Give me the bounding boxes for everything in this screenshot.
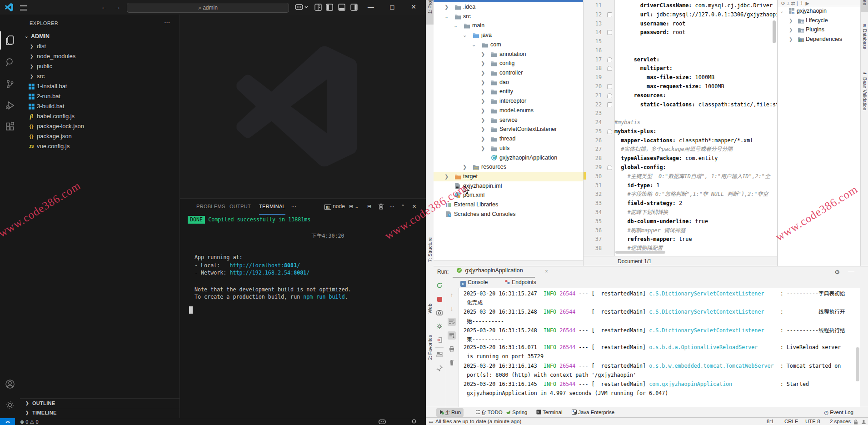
chevron-down-icon[interactable]: ⌄ [454, 21, 458, 30]
up-stack-icon[interactable]: ↑ [448, 290, 456, 299]
hector-icon[interactable] [861, 419, 866, 425]
idea-editor[interactable]: 11 driverClassName: com.mysql.cj.jdbc.Dr… [584, 0, 777, 266]
maximize-button[interactable]: ◻ [382, 0, 403, 14]
source-control-icon[interactable] [0, 75, 20, 93]
new-terminal-icon[interactable]: ⊞ ⌄ [349, 199, 359, 214]
project-item-entity[interactable]: ❯entity [434, 87, 583, 96]
timeline-section[interactable]: ❯TIMELINE [20, 408, 180, 418]
panel-maximize-icon[interactable]: ⌃ [401, 199, 405, 214]
project-item-annotation[interactable]: ❯annotation [434, 50, 583, 59]
extensions-icon[interactable] [0, 118, 20, 136]
chevron-right-icon[interactable]: ❯ [481, 125, 485, 134]
project-item-External Libraries[interactable]: External Libraries [434, 200, 583, 210]
editor-horizontal-scrollbar[interactable] [615, 251, 665, 254]
project-item-thread[interactable]: ❯thread [434, 134, 583, 144]
explorer-item-package-lock.json[interactable]: {}package-lock.json [20, 121, 180, 131]
run-tab[interactable]: gxjyzhaopinApplication [456, 267, 523, 277]
project-item-resources[interactable]: ❯resources [434, 162, 583, 172]
run-tab-close-icon[interactable]: × [545, 268, 548, 275]
chevron-down-icon[interactable]: ⌄ [780, 6, 783, 16]
logger-link[interactable]: c.S.DictionaryServletContextListener [649, 290, 764, 297]
soft-wrap-icon[interactable] [448, 318, 456, 326]
project-item-gxjyzhaopinApplication[interactable]: gxjyzhaopinApplication [434, 153, 583, 163]
problems-status[interactable]: ⊗ 0 ⚠ 0 [20, 418, 39, 425]
logger-link[interactable]: c.S.DictionaryServletContextListener [649, 327, 764, 334]
chevron-down-icon[interactable]: ⌄ [463, 30, 467, 40]
tab-output[interactable]: OUTPUT [229, 199, 251, 214]
copilot-icon[interactable] [295, 3, 309, 13]
account-icon[interactable] [0, 375, 20, 393]
chevron-right-icon[interactable]: ❯ [481, 144, 485, 153]
network-url-link[interactable]: http://192.168.2.54:8081/ [229, 270, 309, 276]
run-debug-icon[interactable] [0, 96, 20, 115]
explorer-item-dist[interactable]: ❯dist [20, 41, 180, 51]
explorer-item-3-build.bat[interactable]: 3-build.bat [20, 101, 180, 111]
project-item-target[interactable]: ❯target [434, 172, 583, 181]
logger-link[interactable]: c.S.DictionaryServletContextListener [649, 309, 764, 315]
chevron-right-icon[interactable]: ❯ [481, 115, 485, 125]
chevron-right-icon[interactable]: ❯ [789, 35, 793, 44]
maven-item-gxjyzhaopin[interactable]: ⌄mgxjyzhaopin [778, 6, 861, 16]
rerun-icon[interactable] [435, 281, 444, 290]
chevron-right-icon[interactable]: ❯ [481, 78, 485, 87]
event-log-button[interactable]: ◷ Event Log [822, 408, 856, 417]
run-settings-gear-icon[interactable]: ⚙ [834, 269, 840, 275]
toggle-secondary-sidebar-icon[interactable] [350, 4, 358, 13]
explorer-item-src[interactable]: ❯src [20, 71, 180, 81]
tool-tab-database[interactable]: ≋ Database [861, 24, 868, 62]
caret-position[interactable]: 8:1 [767, 418, 774, 425]
logger-link[interactable]: o.s.b.d.a.OptionalLiveReloadServer [649, 344, 758, 350]
logger-link[interactable]: com.gxjyzhaopinApplication [649, 381, 732, 387]
project-item-ServletContextListener[interactable]: ❯ServletContextListener [434, 125, 583, 134]
tool-tab-favorites[interactable]: 2: Favorites [426, 335, 434, 377]
split-terminal-icon[interactable]: ⊟ [367, 199, 371, 214]
chevron-right-icon[interactable]: ❯ [481, 59, 485, 68]
chevron-right-icon[interactable]: ❯ [444, 2, 449, 12]
toolwindow-button-spring[interactable]: Spring [503, 408, 530, 417]
nav-back-forward-icons[interactable]: ←→ [101, 3, 127, 10]
run-minimize-icon[interactable]: — [848, 268, 854, 275]
maven-item-Lifecycle[interactable]: ❯Lifecycle [778, 16, 861, 25]
project-item-service[interactable]: ❯service [434, 115, 583, 125]
pin-icon[interactable] [435, 364, 444, 372]
toolwindow-toggle-icon[interactable]: ▭ [429, 418, 434, 425]
chevron-down-icon[interactable]: ⌄ [444, 12, 449, 21]
menu-icon[interactable] [20, 4, 27, 10]
tool-tab-structure[interactable]: 7: Structure [426, 237, 434, 283]
editor-vertical-scrollbar[interactable] [773, 20, 776, 43]
chevron-right-icon[interactable]: ❯ [481, 50, 485, 59]
chevron-right-icon[interactable]: ❯ [481, 134, 485, 144]
settings-gear-icon[interactable] [0, 396, 20, 414]
explorer-item-1-install.bat[interactable]: 1-install.bat [20, 81, 180, 91]
explorer-more-icon[interactable]: ⋯ [164, 19, 170, 26]
console-scrollbar[interactable] [856, 347, 859, 381]
terminal-shell-label[interactable]: ▮▯ node [324, 199, 345, 214]
kill-terminal-icon[interactable] [378, 203, 384, 219]
toggle-sidebar-icon[interactable] [326, 4, 333, 13]
project-item-Scratches and Consoles[interactable]: Scratches and Consoles [434, 210, 583, 219]
dump-threads-icon[interactable] [435, 309, 444, 317]
print-icon[interactable] [448, 345, 456, 353]
project-item-com[interactable]: ⌄com [434, 40, 583, 50]
chevron-right-icon[interactable]: ❯ [444, 172, 449, 181]
maven-item-Dependencies[interactable]: ❯Dependencies [778, 35, 861, 44]
lock-icon[interactable] [853, 419, 858, 425]
tool-tab-project[interactable]: 1: Project [426, 0, 434, 25]
clear-console-icon[interactable] [448, 359, 456, 367]
toolwindow-button-java-enterprise[interactable]: Java Enterprise [569, 408, 617, 417]
line-ending[interactable]: CRLF [784, 418, 798, 425]
chevron-down-icon[interactable]: ⌄ [472, 40, 476, 50]
chevron-right-icon[interactable]: ❯ [481, 96, 485, 106]
command-center-search[interactable]: ⌕ admin [127, 3, 289, 13]
stop-icon[interactable] [435, 295, 444, 303]
notifications-bell-icon[interactable] [411, 419, 417, 425]
exit-icon[interactable] [435, 336, 444, 344]
tab-problems[interactable]: PROBLEMS [196, 199, 225, 214]
project-item-config[interactable]: ❯config [434, 59, 583, 68]
project-item-controller[interactable]: ❯controller [434, 68, 583, 78]
customize-layout-icon[interactable] [314, 4, 322, 13]
chevron-right-icon[interactable]: ❯ [789, 16, 793, 25]
explorer-item-node_modules[interactable]: ❯node_modules [20, 51, 180, 61]
explorer-icon[interactable] [0, 31, 20, 50]
console-tab[interactable]: ▸ Console [460, 279, 488, 287]
